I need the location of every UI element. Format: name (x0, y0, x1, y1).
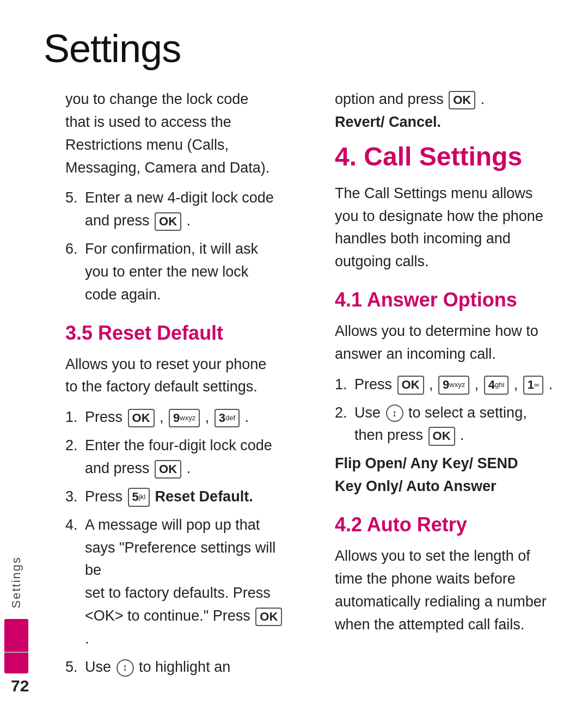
section-41-heading: 4.1 Answer Options (335, 289, 555, 311)
section-35-heading: 3.5 Reset Default (65, 322, 286, 345)
section-42-heading: 4.2 Auto Retry (335, 513, 555, 536)
answer-step-2: 2. Use ↕ to select a setting, then press… (335, 402, 555, 447)
answer-step-1: 1. Press OK , 9wxyz , 4 ghi , 1∞ . (335, 373, 555, 396)
reset-step-2: 2. Enter the four-digit lock code and pr… (65, 434, 286, 480)
page-title: Settings (0, 0, 588, 88)
reset-desc: Allows you to reset your phone to the fa… (65, 353, 286, 399)
left-column: you to change the lock code that is used… (65, 88, 297, 705)
right-intro: option and press OK . Revert/ Cancel. (335, 88, 555, 134)
five-key-r3: 5 jkl (128, 488, 150, 507)
nine-key-a1: 9wxyz (438, 376, 469, 395)
reset-step-1: 1. Press OK , 9wxyz , 3 def . (65, 406, 286, 429)
sidebar: Settings 72 (0, 88, 33, 705)
auto-retry-desc: Allows you to set the length of time the… (335, 545, 555, 636)
intro-text: you to change the lock code that is used… (65, 88, 286, 179)
one-key-a1: 1∞ (523, 376, 544, 395)
ok-key-step5: OK (155, 212, 181, 231)
sidebar-label: Settings (9, 556, 23, 609)
reset-step-5: 5. Use ↕ to highlight an (65, 656, 286, 679)
section-4-heading: 4. Call Settings (335, 142, 555, 171)
ok-key-right-intro: OK (449, 91, 475, 110)
ok-key-r2: OK (155, 460, 181, 479)
four-key-a1: 4 ghi (484, 376, 509, 395)
nav-icon-r5: ↕ (117, 659, 134, 677)
answer-desc: Allows you to determine how to answer an… (335, 320, 555, 366)
page-number: 72 (11, 677, 29, 695)
ok-key-a2: OK (428, 427, 455, 446)
ok-key-a1: OK (397, 376, 424, 395)
reset-step-4: 4. A message will pop up that says "Pref… (65, 514, 286, 651)
reset-step-3: 3. Press 5 jkl Reset Default. (65, 486, 286, 508)
nine-key-r1: 9wxyz (169, 409, 200, 428)
step-5: 5. Enter a new 4-digit lock code and pre… (65, 187, 286, 232)
step-6: 6. For confirmation, it will ask you to … (65, 238, 286, 306)
right-column: option and press OK . Revert/ Cancel. 4.… (329, 88, 555, 705)
answer-options: Flip Open/ Any Key/ SEND Key Only/ Auto … (335, 452, 555, 498)
sidebar-marker (4, 619, 28, 673)
call-desc: The Call Settings menu allows you to des… (335, 182, 555, 273)
ok-key-r4: OK (255, 608, 282, 627)
main-columns: you to change the lock code that is used… (33, 88, 588, 705)
ok-key-r1: OK (128, 409, 155, 428)
nav-icon-a2: ↕ (386, 404, 403, 422)
three-key-r1: 3 def (215, 409, 240, 428)
